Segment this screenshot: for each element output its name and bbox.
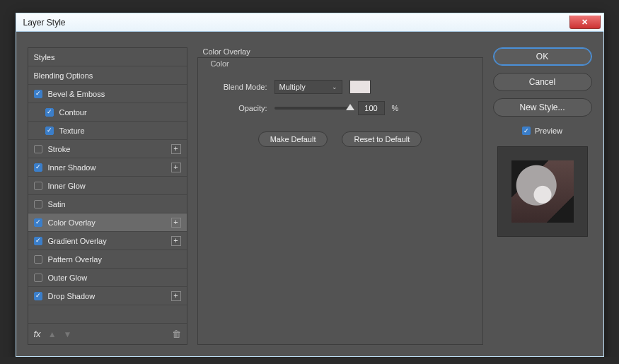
style-checkbox[interactable]	[34, 182, 42, 190]
preview-checkbox[interactable]: ✓	[522, 127, 531, 135]
trash-icon[interactable]: 🗑	[172, 329, 181, 339]
style-item-stroke[interactable]: Stroke+	[28, 140, 187, 158]
new-style-button[interactable]: New Style...	[493, 98, 592, 117]
style-item-contour[interactable]: ✓Contour	[28, 103, 187, 122]
fieldset-legend: Color	[208, 59, 232, 68]
style-checkbox[interactable]: ✓	[45, 108, 54, 117]
styles-footer: fx ▲ ▼ 🗑	[28, 323, 187, 344]
opacity-label: Opacity:	[208, 104, 267, 112]
style-checkbox[interactable]: ✓	[34, 218, 42, 227]
slider-thumb-icon[interactable]	[346, 104, 354, 110]
titlebar: Layer Style ✕	[16, 13, 603, 32]
add-effect-icon[interactable]: +	[171, 236, 181, 246]
style-item-label: Styles	[34, 53, 181, 61]
close-icon: ✕	[582, 18, 588, 27]
style-checkbox[interactable]: ✓	[34, 90, 42, 98]
style-checkbox[interactable]	[34, 200, 42, 209]
opacity-unit: %	[392, 104, 399, 112]
make-default-button[interactable]: Make Default	[258, 131, 328, 147]
style-item-pattern-overlay[interactable]: Pattern Overlay	[28, 250, 187, 269]
style-item-label: Color Overlay	[48, 218, 171, 227]
blend-mode-value: Multiply	[279, 83, 306, 91]
action-panel: OK Cancel New Style... ✓ Preview	[493, 47, 592, 345]
style-item-label: Pattern Overlay	[48, 255, 181, 264]
style-item-inner-shadow[interactable]: ✓Inner Shadow+	[28, 158, 187, 177]
style-checkbox[interactable]: ✓	[34, 292, 42, 300]
color-fieldset: Color Blend Mode: Multiply ⌄ Opacity: 10…	[197, 57, 483, 345]
blend-mode-label: Blend Mode:	[208, 83, 267, 91]
reset-default-button[interactable]: Reset to Default	[342, 131, 422, 147]
close-button[interactable]: ✕	[569, 16, 601, 29]
preview-box	[497, 146, 588, 237]
chevron-down-icon: ⌄	[332, 83, 337, 90]
layer-style-dialog: Layer Style ✕ StylesBlending Options✓Bev…	[16, 13, 604, 357]
style-item-label: Inner Shadow	[48, 163, 171, 172]
style-item-bevel-emboss[interactable]: ✓Bevel & Emboss	[28, 85, 187, 103]
style-item-styles[interactable]: Styles	[28, 48, 187, 66]
style-item-satin[interactable]: Satin	[28, 195, 187, 213]
add-effect-icon[interactable]: +	[171, 291, 181, 301]
style-item-label: Outer Glow	[48, 274, 181, 282]
overlay-color-swatch[interactable]	[349, 80, 371, 94]
preview-toggle[interactable]: ✓ Preview	[493, 127, 592, 135]
opacity-slider[interactable]	[274, 107, 351, 110]
fx-menu[interactable]: fx	[34, 329, 41, 339]
style-item-label: Drop Shadow	[48, 292, 171, 300]
style-item-label: Gradient Overlay	[48, 237, 171, 245]
style-item-label: Contour	[59, 108, 181, 117]
style-checkbox[interactable]: ✓	[45, 127, 54, 135]
style-item-label: Blending Options	[34, 71, 181, 80]
blend-mode-select[interactable]: Multiply ⌄	[274, 80, 342, 94]
style-item-label: Bevel & Emboss	[48, 90, 181, 98]
opacity-field[interactable]: 100	[358, 101, 385, 115]
style-item-gradient-overlay[interactable]: ✓Gradient Overlay+	[28, 232, 187, 250]
window-title: Layer Style	[23, 18, 66, 28]
section-title: Color Overlay	[197, 47, 483, 56]
style-item-drop-shadow[interactable]: ✓Drop Shadow+	[28, 287, 187, 305]
add-effect-icon[interactable]: +	[171, 144, 181, 154]
style-item-label: Inner Glow	[48, 182, 181, 190]
style-item-label: Stroke	[48, 145, 171, 153]
style-item-label: Satin	[48, 200, 181, 209]
ok-button[interactable]: OK	[493, 47, 592, 66]
style-item-texture[interactable]: ✓Texture	[28, 122, 187, 140]
styles-panel: StylesBlending Options✓Bevel & Emboss✓Co…	[28, 47, 187, 345]
add-effect-icon[interactable]: +	[171, 163, 181, 172]
style-checkbox[interactable]	[34, 145, 42, 153]
settings-panel: Color Overlay Color Blend Mode: Multiply…	[197, 47, 483, 345]
style-item-inner-glow[interactable]: Inner Glow	[28, 177, 187, 195]
move-down-icon[interactable]: ▼	[64, 329, 72, 339]
styles-list: StylesBlending Options✓Bevel & Emboss✓Co…	[28, 48, 187, 323]
cancel-button[interactable]: Cancel	[493, 73, 592, 91]
move-up-icon[interactable]: ▲	[48, 329, 57, 339]
style-checkbox[interactable]	[34, 255, 42, 264]
style-item-label: Texture	[59, 127, 181, 135]
style-checkbox[interactable]	[34, 274, 42, 282]
style-checkbox[interactable]: ✓	[34, 237, 42, 245]
preview-image	[511, 160, 574, 223]
add-effect-icon[interactable]: +	[171, 218, 181, 228]
style-item-outer-glow[interactable]: Outer Glow	[28, 269, 187, 287]
style-item-blending-options[interactable]: Blending Options	[28, 66, 187, 85]
style-checkbox[interactable]: ✓	[34, 163, 42, 172]
style-item-color-overlay[interactable]: ✓Color Overlay+	[28, 213, 187, 232]
preview-label: Preview	[535, 127, 562, 135]
